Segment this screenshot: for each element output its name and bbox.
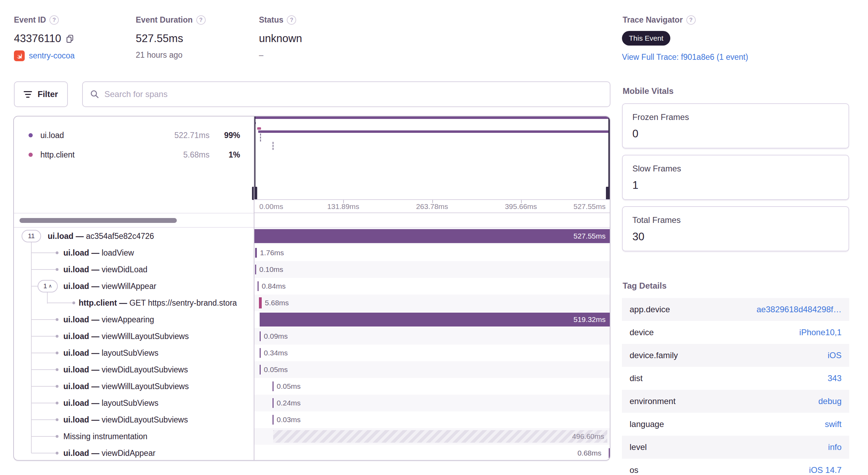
tag-key: dist (630, 373, 828, 383)
span-bar-cell[interactable]: 0.10ms (254, 261, 610, 278)
tree-branch-line (31, 319, 56, 320)
span-duration-bar (273, 430, 607, 443)
span-op-color-dot (29, 153, 33, 157)
span-row[interactable]: ui.load — viewWillLayoutSubviews 0.09ms (14, 328, 610, 345)
span-row[interactable]: ui.load — layoutSubViews 0.34ms (14, 345, 610, 361)
copy-icon[interactable] (65, 34, 74, 43)
tree-branch-line (31, 286, 38, 287)
this-event-badge[interactable]: This Event (622, 31, 670, 46)
span-row[interactable]: ui.load — viewAppearing 519.32ms (14, 311, 610, 328)
span-bar-cell[interactable]: 0.03ms (254, 411, 610, 428)
vital-value: 0 (632, 128, 839, 140)
tag-value-link[interactable]: debug (818, 396, 842, 406)
span-bar-cell[interactable]: 0.09ms (254, 328, 610, 345)
span-row[interactable]: ui.load — loadView 1.76ms (14, 244, 610, 261)
span-bar-cell[interactable]: 496.60ms (254, 428, 610, 445)
minimap-span-bar (255, 116, 609, 119)
swift-icon (14, 50, 25, 61)
span-bar-cell[interactable]: 0.68ms (254, 445, 610, 461)
span-row[interactable]: http.client — GET https://sentry-brand.s… (14, 295, 610, 311)
filter-button[interactable]: Filter (14, 81, 68, 107)
search-input[interactable] (104, 89, 603, 99)
span-bar-cell[interactable]: 0.24ms (254, 395, 610, 411)
span-duration-bar (259, 297, 262, 308)
mobile-vitals-heading: Mobile Vitals (623, 86, 673, 96)
legend-item[interactable]: ui.load 522.71ms 99% (14, 128, 254, 142)
help-icon[interactable]: ? (49, 15, 59, 25)
span-bar-cell[interactable]: 0.05ms (254, 361, 610, 378)
tag-value-link[interactable]: iOS (828, 351, 842, 360)
span-description: viewDidLayoutSubviews (102, 365, 188, 374)
tree-branch-line (31, 369, 56, 370)
tree-node-dot (56, 435, 58, 438)
tree-branch-line (31, 336, 56, 337)
tree-branch-line (31, 453, 56, 453)
minimap-left-handle-grip[interactable] (252, 187, 257, 200)
span-bar-cell[interactable]: 1.76ms (254, 244, 610, 261)
span-op-duration: 522.71ms (174, 128, 210, 142)
span-bar-cell[interactable]: 527.55ms (254, 228, 610, 244)
tag-key: device.family (630, 351, 828, 360)
minimap-right-handle-grip[interactable] (606, 187, 610, 200)
tag-value-link[interactable]: info (828, 442, 842, 452)
view-full-trace-link[interactable]: View Full Trace: f901a8e6 (1 event) (622, 53, 748, 62)
span-row[interactable]: ui.load — viewDidLayoutSubviews 0.05ms (14, 361, 610, 378)
span-duration-label: 0.34ms (264, 345, 288, 361)
trace-minimap[interactable]: 0.00ms131.89ms263.78ms395.66ms527.55ms (254, 116, 610, 213)
span-row[interactable]: ui.load — layoutSubViews 0.24ms (14, 395, 610, 411)
axis-tick-label: 0.00ms (259, 200, 283, 213)
help-icon[interactable]: ? (196, 15, 206, 25)
span-duration-bar (255, 248, 257, 258)
span-bar-cell[interactable]: 0.84ms (254, 278, 610, 295)
span-row[interactable]: ui.load — ac354af5e82c4726 11 527.55ms (14, 228, 610, 244)
tag-value-link[interactable]: iOS 14.7 (809, 465, 842, 475)
help-icon[interactable]: ? (686, 15, 696, 25)
tree-guide-line (47, 292, 48, 304)
tag-key: level (630, 442, 828, 452)
span-row[interactable]: ui.load — viewDidAppear 0.68ms (14, 445, 610, 461)
span-row[interactable]: Missing instrumentation 496.60ms (14, 428, 610, 445)
tag-value-link[interactable]: iPhone10,1 (799, 328, 842, 337)
span-row[interactable]: ui.load — viewDidLayoutSubviews 0.03ms (14, 411, 610, 428)
event-id-label: Event ID (14, 15, 46, 25)
mobile-vital-card: Frozen Frames 0 (622, 103, 849, 148)
help-icon[interactable]: ? (287, 15, 296, 25)
span-op-legend: ui.load 522.71ms 99% http.client 5.68ms … (14, 116, 254, 199)
tag-value-link[interactable]: swift (825, 419, 842, 429)
tree-node-dot (56, 402, 58, 404)
span-row[interactable]: ui.load — viewWillAppear 1∧ 0.84ms (14, 278, 610, 295)
span-tree-cell: ui.load — viewWillLayoutSubviews (14, 378, 254, 395)
legend-item[interactable]: http.client 5.68ms 1% (14, 148, 254, 162)
tag-value-link[interactable]: 343 (828, 373, 842, 383)
time-axis: 0.00ms131.89ms263.78ms395.66ms527.55ms (254, 199, 610, 213)
span-duration-label: 0.05ms (277, 378, 301, 395)
span-bar-cell[interactable]: 0.34ms (254, 345, 610, 361)
tree-branch-line (31, 386, 56, 387)
span-op: ui.load — (63, 398, 100, 408)
span-children-count-badge[interactable]: 11 (22, 230, 41, 242)
project-link[interactable]: sentry-cocoa (29, 51, 75, 61)
tree-bars-divider[interactable] (254, 116, 254, 460)
event-duration-value: 527.55ms (136, 32, 183, 45)
horizontal-scrollbar-track[interactable] (14, 213, 254, 227)
tag-key: environment (630, 396, 818, 406)
span-description: viewWillLayoutSubviews (102, 332, 189, 341)
horizontal-scrollbar-thumb[interactable] (19, 218, 177, 223)
span-tree-cell: ui.load — viewDidLayoutSubviews (14, 361, 254, 378)
tree-node-dot (56, 268, 58, 271)
tree-branch-line (31, 269, 56, 270)
vital-value: 30 (632, 231, 839, 243)
span-bar-cell[interactable]: 0.05ms (254, 378, 610, 395)
tag-row: device iPhone10,1 (622, 321, 849, 344)
tag-value-link[interactable]: ae3829618d484298f… (757, 305, 842, 314)
span-description: ac354af5e82c4726 (86, 232, 154, 241)
span-row[interactable]: ui.load — viewWillLayoutSubviews 0.05ms (14, 378, 610, 395)
tree-node-dot (56, 418, 58, 421)
span-children-count-badge[interactable]: 1∧ (38, 280, 58, 292)
span-duration-label: 0.05ms (264, 361, 288, 378)
span-description: GET https://sentry-brand.stora (129, 298, 237, 307)
span-bar-cell[interactable]: 519.32ms (254, 311, 610, 328)
span-bar-cell[interactable]: 5.68ms (254, 295, 610, 311)
span-row[interactable]: ui.load — viewDidLoad 0.10ms (14, 261, 610, 278)
span-op: ui.load — (63, 382, 100, 391)
